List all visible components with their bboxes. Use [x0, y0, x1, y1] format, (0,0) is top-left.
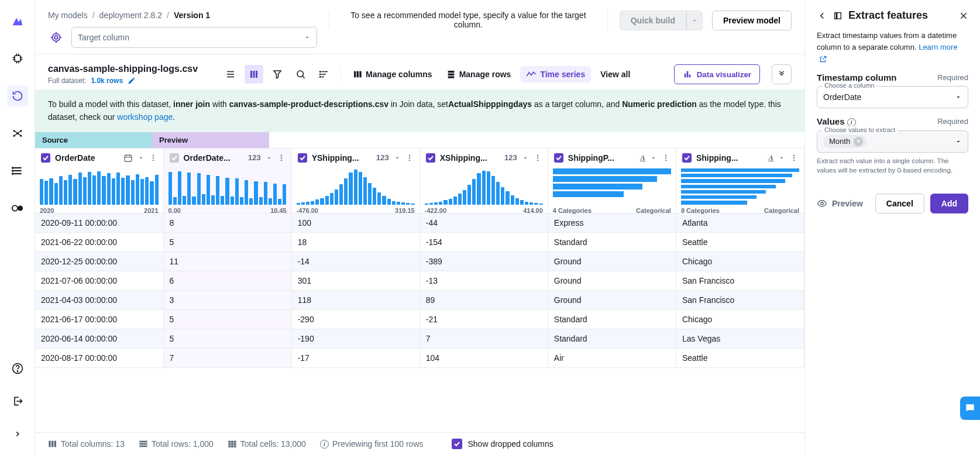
- table-cell: 6: [163, 271, 291, 290]
- target-column-select[interactable]: Target column: [71, 27, 317, 48]
- header-more-button[interactable]: [772, 64, 792, 84]
- svg-rect-39: [256, 71, 257, 78]
- table-cell: 2020-12-25 00:00:00: [35, 251, 163, 271]
- column-menu-icon[interactable]: [277, 154, 286, 162]
- column-menu-icon[interactable]: [534, 154, 542, 162]
- table-row[interactable]: 2021-07-06 00:00:006301-13GroundSan Fran…: [35, 271, 804, 290]
- close-icon[interactable]: [959, 11, 968, 20]
- svg-rect-51: [359, 71, 361, 78]
- table-cell: -290: [291, 309, 419, 329]
- svg-line-14: [14, 131, 18, 133]
- data-visualizer-button[interactable]: Data visualizer: [674, 64, 760, 84]
- column-menu-icon[interactable]: [662, 154, 670, 162]
- logo-icon[interactable]: [7, 11, 28, 32]
- refresh-icon[interactable]: [7, 85, 28, 106]
- preview-tab[interactable]: Preview: [152, 132, 269, 148]
- svg-point-22: [12, 170, 13, 171]
- column-checkbox[interactable]: [426, 153, 435, 163]
- column-checkbox[interactable]: [682, 153, 692, 163]
- list-view-icon[interactable]: [221, 65, 240, 84]
- grid-view-icon[interactable]: [245, 65, 263, 84]
- timestamp-column-select[interactable]: Choose a column OrderDate: [817, 86, 968, 108]
- column-checkbox[interactable]: [41, 153, 50, 163]
- table-row[interactable]: 2020-08-17 00:00:007-17104AirSeattle: [35, 348, 804, 367]
- svg-rect-81: [51, 441, 53, 447]
- help-icon[interactable]: [7, 358, 28, 379]
- column-dropdown-icon[interactable]: [778, 154, 785, 161]
- column-checkbox[interactable]: [298, 153, 307, 163]
- dataset-rows-link[interactable]: 1.0k rows: [91, 77, 123, 85]
- svg-line-16: [14, 133, 18, 136]
- sort-icon[interactable]: [315, 65, 333, 84]
- back-icon[interactable]: [817, 11, 827, 21]
- table-row[interactable]: 2021-06-22 00:00:00518-154StandardSeattl…: [35, 232, 804, 251]
- table-cell: 89: [419, 290, 548, 309]
- table-row[interactable]: 2020-12-25 00:00:0011-14-389GroundChicag…: [35, 251, 804, 271]
- preview-action[interactable]: Preview: [817, 198, 863, 209]
- workshop-link[interactable]: workshop page: [117, 112, 173, 122]
- manage-rows-button[interactable]: Manage rows: [442, 70, 516, 79]
- total-cells-stat: Total cells: 13,000: [228, 439, 306, 449]
- table-cell: San Francisco: [676, 271, 804, 290]
- list-icon[interactable]: [7, 160, 28, 181]
- column-menu-icon[interactable]: [405, 154, 414, 162]
- svg-rect-50: [357, 71, 359, 78]
- table-cell: 104: [419, 348, 548, 367]
- time-series-button[interactable]: Time series: [520, 66, 591, 82]
- logout-icon[interactable]: [7, 391, 28, 412]
- chip-icon[interactable]: [7, 48, 28, 69]
- table-row[interactable]: 2021-04-03 00:00:00311889GroundSan Franc…: [35, 290, 804, 309]
- breadcrumb-item[interactable]: My models: [48, 11, 88, 20]
- column-dropdown-icon[interactable]: [394, 154, 401, 161]
- svg-point-72: [537, 157, 538, 158]
- table-row[interactable]: 2020-06-14 00:00:005-1907StandardLas Veg…: [35, 329, 804, 348]
- network-icon[interactable]: [7, 123, 28, 144]
- filter-icon[interactable]: [268, 65, 287, 84]
- edit-icon[interactable]: [128, 77, 136, 85]
- breadcrumb-item[interactable]: deployment 2.8.2: [99, 11, 162, 20]
- column-histogram: 4 CategoriesCategorical: [548, 166, 676, 213]
- table-cell: -190: [291, 329, 419, 348]
- column-checkbox[interactable]: [170, 153, 179, 163]
- column-dropdown-icon[interactable]: [137, 154, 145, 161]
- column-histogram: -476.00319.15: [292, 166, 419, 213]
- show-dropped-checkbox[interactable]: Show dropped columns: [452, 439, 553, 449]
- data-grid[interactable]: OrderDate20202021OrderDate...1230.0010.4…: [35, 148, 804, 432]
- add-button[interactable]: Add: [930, 194, 968, 213]
- learn-more-link[interactable]: Learn more: [919, 43, 957, 51]
- column-name: Shipping...: [696, 153, 764, 163]
- column-histogram: -422.00414.00: [420, 166, 548, 213]
- view-all-button[interactable]: View all: [596, 70, 635, 79]
- column-checkbox[interactable]: [554, 153, 563, 163]
- column-dropdown-icon[interactable]: [650, 154, 657, 161]
- table-row[interactable]: 2020-09-11 00:00:008100-44ExpressAtlanta: [35, 213, 804, 232]
- table-cell: Seattle: [676, 348, 804, 367]
- column-menu-icon[interactable]: [790, 154, 798, 162]
- chat-fab[interactable]: [960, 397, 980, 420]
- extract-features-panel: Extract features Extract timestamp value…: [804, 0, 980, 455]
- value-chip[interactable]: Month✕: [823, 135, 866, 148]
- column-menu-icon[interactable]: [149, 154, 157, 162]
- remove-chip-icon[interactable]: ✕: [854, 137, 863, 146]
- svg-rect-97: [837, 12, 841, 19]
- toggle-icon[interactable]: [7, 198, 28, 219]
- svg-point-46: [320, 71, 321, 73]
- column-dropdown-icon[interactable]: [522, 154, 529, 161]
- table-cell: 3: [163, 290, 291, 309]
- table-cell: Seattle: [676, 232, 804, 251]
- manage-columns-button[interactable]: Manage columns: [348, 70, 437, 79]
- svg-rect-92: [228, 446, 231, 447]
- expand-icon[interactable]: [7, 423, 28, 444]
- column-type: A: [640, 153, 645, 163]
- info-icon[interactable]: i: [847, 118, 856, 127]
- svg-line-17: [18, 133, 21, 136]
- values-select[interactable]: Choose values to extract Month✕: [817, 130, 968, 153]
- timestamp-column-label: Timestamp column: [817, 73, 896, 82]
- table-row[interactable]: 2021-06-17 00:00:005-290-21StandardChica…: [35, 309, 804, 329]
- search-icon[interactable]: [291, 65, 310, 84]
- preview-model-button[interactable]: Preview model: [712, 11, 792, 30]
- column-dropdown-icon[interactable]: [266, 154, 273, 161]
- table-cell: Ground: [548, 271, 676, 290]
- cancel-button[interactable]: Cancel: [875, 194, 924, 213]
- source-tab[interactable]: Source: [35, 132, 152, 148]
